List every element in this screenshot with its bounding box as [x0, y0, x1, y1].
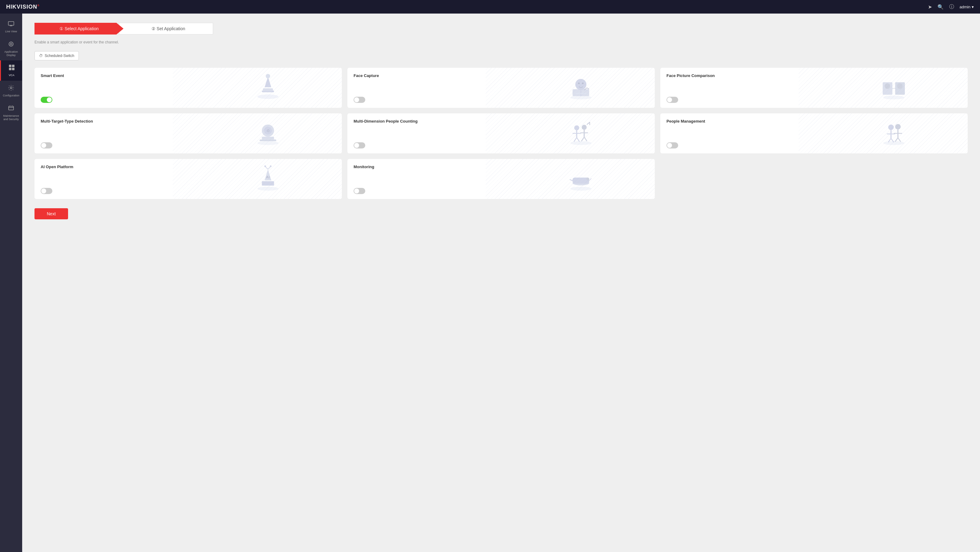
svg-rect-62 [262, 181, 274, 185]
sidebar-item-label-app-display: Application Display [1, 50, 21, 57]
svg-rect-37 [262, 137, 274, 140]
app-card-smart-event: Smart Event [35, 68, 342, 108]
sidebar-item-live-view[interactable]: Live View [0, 17, 22, 37]
sidebar: Live View Application Display VCA [0, 14, 22, 552]
logo: HIKVISION® [6, 4, 40, 10]
svg-line-49 [584, 137, 587, 142]
svg-point-22 [575, 79, 586, 90]
svg-point-33 [258, 141, 278, 145]
svg-rect-38 [259, 140, 276, 141]
svg-line-59 [895, 138, 898, 142]
toggle-multi-dimension-people-counting[interactable] [353, 142, 365, 148]
scheduled-switch-button[interactable]: ⏱ Scheduled-Switch [35, 51, 79, 60]
svg-point-9 [10, 87, 12, 89]
toggle-ai-open-platform[interactable] [41, 188, 52, 194]
card-title-ai-open-platform: AI Open Platform [41, 164, 203, 169]
svg-line-43 [574, 138, 577, 142]
sidebar-item-application-display[interactable]: Application Display [0, 37, 22, 61]
toggle-face-picture-comparison[interactable] [667, 97, 678, 103]
toggle-multi-target-type-detection[interactable] [41, 142, 52, 148]
sidebar-item-label-configuration: Configuration [3, 94, 19, 97]
svg-line-48 [581, 137, 584, 142]
svg-point-4 [10, 43, 12, 45]
card-illustration-face-picture-comparison [820, 68, 968, 108]
svg-rect-6 [12, 65, 14, 67]
card-title-multi-target-type-detection: Multi-Target-Type Detection [41, 119, 203, 124]
svg-point-40 [574, 126, 579, 130]
card-illustration-monitoring [507, 159, 655, 199]
apps-grid: Smart Event Face Capture Face Picture Co… [35, 68, 968, 199]
svg-rect-7 [9, 68, 11, 70]
toggle-monitoring[interactable] [353, 188, 365, 194]
svg-point-23 [578, 83, 580, 84]
app-card-face-picture-comparison: Face Picture Comparison [660, 68, 968, 108]
svg-line-60 [898, 138, 901, 142]
svg-rect-16 [263, 88, 273, 91]
send-icon[interactable]: ➤ [928, 4, 932, 10]
svg-line-73 [570, 180, 573, 181]
app-card-ai-open-platform: AI Open Platform AI [35, 159, 342, 199]
sidebar-item-label-live-view: Live View [5, 30, 17, 33]
svg-point-3 [9, 42, 13, 46]
svg-rect-10 [9, 106, 14, 110]
svg-point-30 [885, 83, 890, 89]
topbar: HIKVISION® ➤ 🔍 ⓘ admin ▾ [0, 0, 980, 14]
application-display-icon [8, 41, 14, 49]
sidebar-item-configuration[interactable]: Configuration [0, 81, 22, 101]
svg-point-51 [888, 124, 894, 130]
toggle-smart-event[interactable] [41, 97, 52, 103]
info-icon[interactable]: ⓘ [949, 4, 954, 10]
toggle-face-capture[interactable] [353, 97, 365, 103]
wizard-steps: ① Select Application ② Set Application [35, 23, 213, 35]
card-illustration-multi-target-type-detection: ⚙ [194, 113, 342, 153]
step1-label: ① Select Application [59, 26, 99, 31]
vca-icon [8, 64, 15, 72]
live-view-icon [8, 20, 14, 29]
svg-point-20 [570, 95, 591, 100]
card-title-monitoring: Monitoring [353, 164, 516, 169]
svg-point-67 [264, 165, 266, 167]
app-card-multi-dimension-people-counting: Multi-Dimension People Counting [347, 113, 655, 153]
search-icon[interactable]: 🔍 [937, 4, 943, 10]
card-title-smart-event: Smart Event [41, 73, 203, 78]
svg-point-27 [883, 95, 904, 100]
svg-rect-5 [9, 65, 11, 67]
svg-point-69 [570, 187, 591, 191]
svg-point-24 [582, 83, 584, 84]
toggle-people-management[interactable] [667, 142, 678, 148]
next-button[interactable]: Next [35, 208, 68, 220]
card-illustration-people-management [820, 113, 968, 153]
card-title-multi-dimension-people-counting: Multi-Dimension People Counting [353, 119, 516, 124]
sidebar-item-maintenance-security[interactable]: Maintenance and Security [0, 101, 22, 125]
app-card-monitoring: Monitoring [347, 159, 655, 199]
svg-line-74 [589, 178, 591, 180]
app-card-face-capture: Face Capture [347, 68, 655, 108]
card-illustration-face-capture [507, 68, 655, 108]
svg-point-45 [582, 125, 587, 130]
svg-point-39 [570, 141, 591, 145]
card-title-face-picture-comparison: Face Picture Comparison [667, 73, 829, 78]
svg-text:⚙: ⚙ [266, 129, 270, 133]
sidebar-item-label-vca: VCA [9, 74, 14, 77]
wizard-step1[interactable]: ① Select Application [35, 23, 124, 35]
content-area: ① Select Application ② Set Application E… [22, 14, 980, 552]
app-card-multi-target-type-detection: Multi-Target-Type Detection ⚙ [35, 113, 342, 153]
topbar-right: ➤ 🔍 ⓘ admin ▾ [928, 4, 974, 10]
card-illustration-ai-open-platform: AI [194, 159, 342, 199]
app-card-people-management: People Management [660, 113, 968, 153]
svg-point-14 [258, 95, 278, 99]
svg-rect-0 [8, 22, 14, 25]
sidebar-item-label-maintenance: Maintenance and Security [1, 114, 21, 121]
card-title-people-management: People Management [667, 119, 829, 124]
maintenance-icon [8, 105, 14, 113]
svg-point-18 [266, 74, 270, 78]
admin-menu[interactable]: admin ▾ [960, 5, 974, 9]
sidebar-item-vca[interactable]: VCA [0, 60, 22, 81]
svg-point-31 [897, 83, 903, 89]
svg-point-68 [270, 165, 272, 167]
svg-line-44 [577, 138, 580, 142]
card-illustration-multi-dimension-people-counting [507, 113, 655, 153]
clock-icon: ⏱ [39, 54, 43, 58]
card-illustration-smart-event [194, 68, 342, 108]
svg-rect-8 [12, 68, 14, 70]
